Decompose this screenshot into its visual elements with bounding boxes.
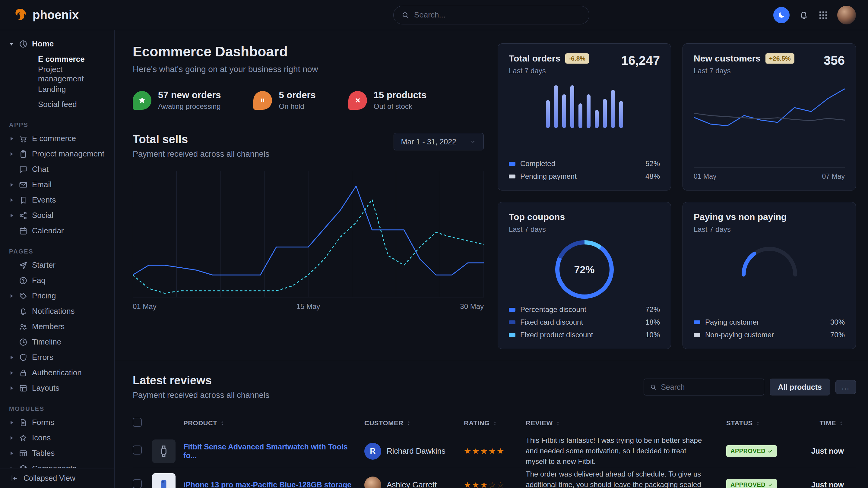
sidebar-item-calendar[interactable]: Calendar: [9, 223, 106, 238]
customer-name: Ashley Garrett: [386, 480, 437, 488]
sidebar-item-home[interactable]: Home: [9, 36, 106, 52]
card-period: Last 7 days: [694, 67, 795, 75]
x-tick: 07 May: [822, 172, 845, 181]
reviews-search-input[interactable]: [661, 383, 758, 392]
caret-spacer: [9, 278, 14, 283]
reviews-search[interactable]: [644, 379, 764, 395]
total-orders-bar-chart: [509, 83, 660, 128]
review-row: iPhone 13 pro max-Pacific Blue-128GB sto…: [133, 468, 856, 488]
sidebar-item-pricing[interactable]: Pricing: [9, 288, 106, 303]
bookmark-icon: [19, 196, 28, 205]
sidebar-item-project-management[interactable]: Project management: [9, 67, 106, 82]
sidebar-item-chat[interactable]: Chat: [9, 162, 106, 177]
collapsed-view-toggle[interactable]: Collapsed View: [0, 468, 114, 488]
legend-swatch: [509, 333, 516, 337]
moon-icon: [777, 11, 785, 19]
caret-right-icon: [9, 451, 14, 456]
sidebar-item-social[interactable]: Social: [9, 208, 106, 223]
sidebar-item-members[interactable]: Members: [9, 319, 106, 334]
top-coupons-donut-chart: 72%: [555, 240, 614, 299]
reviews-table-header: PRODUCT CUSTOMER RATING REVIEW STATUS TI…: [133, 412, 856, 434]
sidebar-item-project-management[interactable]: Project management: [9, 146, 106, 162]
sidebar-item-e-commerce[interactable]: E commerce: [9, 131, 106, 146]
bar: [587, 94, 591, 128]
column-header-status[interactable]: STATUS: [726, 419, 796, 427]
column-header-time[interactable]: TIME: [796, 419, 856, 427]
legend-item: Pending payment48%: [509, 172, 660, 181]
total-sells-chart: 01 May15 May30 May: [133, 171, 484, 311]
sidebar-item-icons[interactable]: Icons: [9, 430, 106, 446]
top-coupons-card: Top coupons Last 7 days 72% Percentage d…: [498, 202, 671, 349]
product-link[interactable]: iPhone 13 pro max-Pacific Blue-128GB sto…: [183, 481, 364, 488]
total-sells-title: Total sells: [133, 133, 269, 146]
sidebar-item-social-feed[interactable]: Social feed: [9, 97, 106, 112]
sidebar-section-apps: APPS: [9, 122, 106, 128]
theme-toggle-button[interactable]: [773, 7, 789, 23]
sidebar-item-timeline[interactable]: Timeline: [9, 334, 106, 350]
sidebar-item-events[interactable]: Events: [9, 192, 106, 208]
calendar-icon: [19, 226, 28, 235]
sidebar-item-tables[interactable]: Tables: [9, 446, 106, 461]
bell-icon: [799, 10, 809, 20]
send-icon: [19, 261, 28, 270]
caret-right-icon: [9, 466, 14, 468]
sidebar: HomeE commerceProject managementLandingS…: [0, 30, 115, 488]
brand-link[interactable]: phoenix: [12, 7, 79, 23]
select-all-checkbox[interactable]: [133, 418, 142, 427]
column-header-customer[interactable]: CUSTOMER: [364, 419, 464, 427]
latest-reviews-subtitle: Payment received across all channels: [133, 391, 269, 400]
sidebar-item-faq[interactable]: Faq: [9, 273, 106, 288]
card-period: Last 7 days: [509, 67, 589, 75]
profile-avatar[interactable]: [837, 6, 856, 24]
page-title: Ecommerce Dashboard: [133, 43, 484, 60]
product-thumbnail[interactable]: [152, 440, 176, 463]
legend-item: Non-paying customer70%: [694, 331, 845, 339]
sidebar-item-components[interactable]: Components: [9, 461, 106, 468]
layout-icon: [19, 384, 28, 393]
review-time: Just now: [796, 481, 856, 488]
latest-reviews-section: Latest reviews Payment received across a…: [115, 360, 868, 488]
x-tick: 01 May: [694, 172, 716, 181]
sort-icon: [755, 421, 761, 426]
card-period: Last 7 days: [509, 225, 565, 234]
product-thumbnail[interactable]: [152, 473, 176, 488]
notifications-button[interactable]: [799, 10, 809, 20]
column-header-product[interactable]: PRODUCT: [183, 419, 364, 427]
legend-swatch: [509, 320, 516, 324]
total-orders-card: Total orders -6.8% Last 7 days 16,247 Co…: [498, 43, 671, 191]
date-range-value: Mar 1 - 31, 2022: [401, 137, 456, 146]
sidebar-item-notifications[interactable]: Notifications: [9, 303, 106, 319]
column-header-rating[interactable]: RATING: [464, 419, 526, 427]
caret-spacer: [9, 324, 14, 329]
sidebar-item-errors[interactable]: Errors: [9, 350, 106, 365]
date-range-select[interactable]: Mar 1 - 31, 2022: [394, 133, 484, 151]
sidebar-item-e-commerce[interactable]: E commerce: [9, 52, 106, 67]
global-search-input[interactable]: [414, 10, 581, 20]
row-checkbox[interactable]: [133, 479, 142, 488]
global-search[interactable]: [393, 6, 589, 24]
quick-stat: 15 productsOut of stock: [348, 90, 427, 110]
sidebar-item-forms[interactable]: Forms: [9, 415, 106, 430]
sidebar-item-starter[interactable]: Starter: [9, 257, 106, 273]
x-tick: 30 May: [460, 302, 484, 311]
dashboard-left-column: Ecommerce Dashboard Here's what's going …: [133, 43, 484, 349]
more-actions-button[interactable]: ...: [835, 380, 856, 394]
sidebar-item-email[interactable]: Email: [9, 177, 106, 192]
x-axis-ticks: 01 May15 May30 May: [133, 302, 484, 311]
all-products-button[interactable]: All products: [770, 379, 830, 395]
total-orders-value: 16,247: [621, 53, 660, 68]
apps-grid-button[interactable]: [818, 10, 828, 20]
pause-icon: [253, 91, 272, 110]
kpi-cards-grid: Total orders -6.8% Last 7 days 16,247 Co…: [498, 43, 856, 349]
sidebar-item-authentication[interactable]: Authentication: [9, 365, 106, 380]
rating-stars: ★★★☆☆: [464, 480, 526, 488]
tag-icon: [19, 291, 28, 300]
sidebar-item-landing[interactable]: Landing: [9, 82, 106, 97]
sidebar-item-layouts[interactable]: Layouts: [9, 380, 106, 396]
cart-icon: [19, 134, 28, 143]
new-customers-line-chart: [694, 83, 845, 145]
column-header-review[interactable]: REVIEW: [526, 419, 726, 427]
row-checkbox[interactable]: [133, 446, 142, 455]
product-link[interactable]: Fitbit Sense Advanced Smartwatch with To…: [183, 443, 364, 460]
app-root: phoenix HomeE commerceProject management…: [0, 0, 868, 488]
